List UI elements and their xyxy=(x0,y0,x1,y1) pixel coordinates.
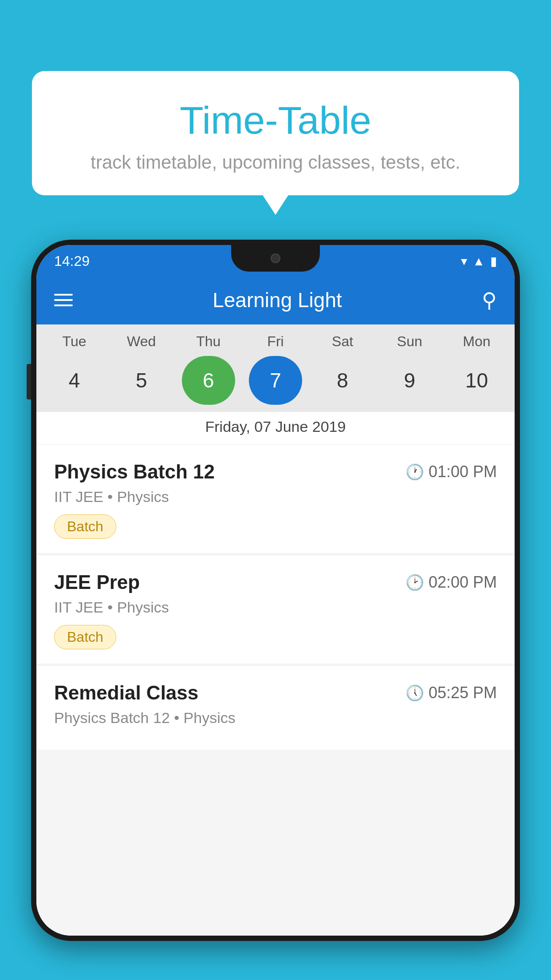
day-label-fri: Fri xyxy=(249,333,302,350)
batch-badge-1: Batch xyxy=(54,514,116,539)
date-numbers: 4 5 6 7 8 9 10 xyxy=(36,356,515,405)
schedule-item-2[interactable]: JEE Prep 🕑 02:00 PM IIT JEE • Physics Ba… xyxy=(36,555,515,664)
class-detail-3: Physics Batch 12 • Physics xyxy=(54,709,497,727)
schedule-item-3-header: Remedial Class 🕔 05:25 PM xyxy=(54,682,497,704)
date-10[interactable]: 10 xyxy=(450,356,503,405)
search-icon[interactable]: ⚲ xyxy=(482,288,497,312)
bubble-subtitle: track timetable, upcoming classes, tests… xyxy=(50,152,501,173)
battery-icon: ▮ xyxy=(490,254,497,269)
phone-container: 14:29 ▾ ▲ ▮ Learning Light ⚲ xyxy=(31,240,520,980)
date-5[interactable]: 5 xyxy=(115,356,168,405)
date-9[interactable]: 9 xyxy=(383,356,436,405)
day-label-sat: Sat xyxy=(316,333,369,350)
phone-notch xyxy=(231,245,320,272)
batch-badge-2: Batch xyxy=(54,625,116,649)
phone-frame: 14:29 ▾ ▲ ▮ Learning Light ⚲ xyxy=(31,240,520,941)
schedule-item-2-header: JEE Prep 🕑 02:00 PM xyxy=(54,571,497,593)
class-time-1: 🕐 01:00 PM xyxy=(405,462,497,481)
speech-bubble-container: Time-Table track timetable, upcoming cla… xyxy=(32,71,519,195)
date-8[interactable]: 8 xyxy=(316,356,369,405)
signal-icon: ▲ xyxy=(472,254,485,269)
class-time-2: 🕑 02:00 PM xyxy=(405,573,497,592)
app-bar: Learning Light ⚲ xyxy=(36,276,515,324)
selected-date-label: Friday, 07 June 2019 xyxy=(36,412,515,444)
day-label-mon: Mon xyxy=(450,333,503,350)
days-of-week: Tue Wed Thu Fri Sat Sun Mon xyxy=(36,333,515,350)
date-4[interactable]: 4 xyxy=(48,356,101,405)
day-label-tue: Tue xyxy=(48,333,101,350)
speech-bubble: Time-Table track timetable, upcoming cla… xyxy=(32,71,519,195)
day-label-sun: Sun xyxy=(383,333,436,350)
class-name-2: JEE Prep xyxy=(54,571,140,593)
class-name-1: Physics Batch 12 xyxy=(54,461,215,483)
class-name-3: Remedial Class xyxy=(54,682,198,704)
day-label-wed: Wed xyxy=(115,333,168,350)
hamburger-icon[interactable] xyxy=(54,294,73,306)
schedule-item-1-header: Physics Batch 12 🕐 01:00 PM xyxy=(54,461,497,483)
status-time: 14:29 xyxy=(54,253,90,269)
schedule-item-3[interactable]: Remedial Class 🕔 05:25 PM Physics Batch … xyxy=(36,665,515,750)
wifi-icon: ▾ xyxy=(461,254,467,269)
calendar-strip[interactable]: Tue Wed Thu Fri Sat Sun Mon 4 5 6 7 8 9 … xyxy=(36,324,515,444)
status-icons: ▾ ▲ ▮ xyxy=(461,254,497,269)
class-detail-2: IIT JEE • Physics xyxy=(54,599,497,616)
date-6-today[interactable]: 6 xyxy=(182,356,235,405)
bubble-title: Time-Table xyxy=(50,98,501,143)
date-7-selected[interactable]: 7 xyxy=(249,356,302,405)
clock-icon-3: 🕔 xyxy=(405,684,424,702)
clock-icon-2: 🕑 xyxy=(405,573,424,591)
schedule-list: Physics Batch 12 🕐 01:00 PM IIT JEE • Ph… xyxy=(36,444,515,936)
clock-icon-1: 🕐 xyxy=(405,463,424,481)
day-label-thu: Thu xyxy=(182,333,235,350)
schedule-item-1[interactable]: Physics Batch 12 🕐 01:00 PM IIT JEE • Ph… xyxy=(36,444,515,553)
app-title: Learning Light xyxy=(213,288,342,312)
class-detail-1: IIT JEE • Physics xyxy=(54,488,497,506)
class-time-3: 🕔 05:25 PM xyxy=(405,684,497,702)
phone-screen: 14:29 ▾ ▲ ▮ Learning Light ⚲ xyxy=(36,245,515,936)
camera xyxy=(271,253,280,263)
